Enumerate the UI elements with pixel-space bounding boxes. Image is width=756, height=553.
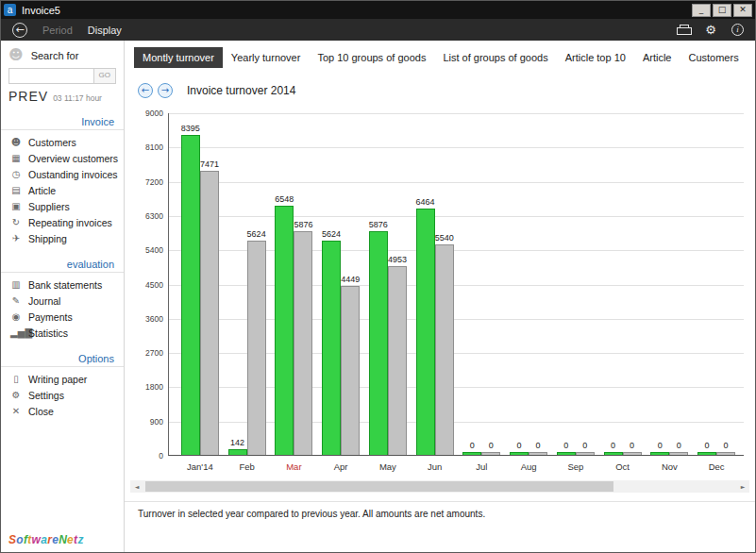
sidebar-item-close[interactable]: ✕Close: [1, 403, 124, 419]
bar: [416, 209, 435, 455]
bar-value-label: 4953: [388, 256, 407, 264]
sidebar-item-payments[interactable]: ◉Payments: [1, 309, 124, 325]
chart-title: Invoice turnover 2014: [187, 84, 295, 97]
bar-value-label: 0: [563, 442, 568, 450]
chart-next-icon[interactable]: →: [158, 83, 173, 98]
sidebar-item-bank-statements[interactable]: ▥Bank statements: [1, 276, 124, 293]
tab-yearly-turnover[interactable]: Yearly turnover: [223, 47, 310, 68]
bar-selected-year: 6548: [275, 113, 294, 455]
scroll-left-icon[interactable]: ◄: [130, 483, 143, 490]
bar-value-label: 0: [470, 442, 475, 450]
bar-selected-year: 0: [650, 113, 669, 455]
bar: [529, 452, 547, 455]
bar-value-label: 6464: [416, 198, 435, 207]
bank-statements-icon: ▥: [10, 280, 22, 290]
bar-group-may: 58764953May: [364, 113, 412, 455]
search-input[interactable]: [9, 69, 93, 83]
bar-value-label: 0: [658, 442, 663, 450]
scroll-right-icon[interactable]: ►: [736, 483, 749, 490]
bar-value-label: 5876: [369, 221, 388, 229]
y-axis-tick-label: 0: [159, 452, 163, 461]
scroll-thumb[interactable]: [145, 481, 613, 492]
minimize-button[interactable]: _: [692, 4, 711, 17]
bar-value-label: 0: [489, 442, 494, 450]
bar-selected-year: 0: [697, 113, 716, 455]
app-body: ☻ Search for GO PREV 03 11:17 hour Invoi…: [1, 41, 755, 552]
y-axis-tick-label: 1800: [145, 383, 163, 392]
bar-value-label: 0: [517, 442, 522, 450]
tab-list-of-groups-of-goods[interactable]: List of groups of goods: [434, 47, 556, 68]
print-icon[interactable]: [677, 25, 690, 35]
customers-icon: ☻: [10, 138, 22, 147]
overview-customers-icon: ▦: [10, 154, 22, 163]
bar: [388, 266, 407, 455]
sidebar-item-journal[interactable]: ✎Journal: [1, 293, 124, 309]
bar-value-label: 0: [677, 442, 681, 450]
sidebar: ☻ Search for GO PREV 03 11:17 hour Invoi…: [1, 41, 125, 552]
settings-icon: ⚙: [10, 391, 22, 400]
horizontal-scrollbar[interactable]: ◄ ►: [130, 480, 749, 493]
sidebar-item-oustanding-invoices[interactable]: ◷Oustanding invoices: [1, 166, 124, 182]
footer-note: Turnover in selected year compared to pr…: [125, 501, 755, 519]
section-header-options: Options: [1, 341, 124, 367]
bar-selected-year: 8395: [181, 113, 200, 455]
bar: [181, 135, 200, 455]
y-axis-tick-label: 8100: [145, 143, 163, 152]
toolbar-right: ⚙ i: [677, 24, 744, 36]
sidebar-item-suppliers[interactable]: ▣Suppliers: [1, 198, 124, 214]
period-button[interactable]: Period: [42, 25, 73, 36]
chart-plot: 83957471Jan'141425624Feb65485876Mar56244…: [168, 113, 744, 456]
bar-group-jul: 00Jul: [459, 113, 506, 455]
maximize-button[interactable]: □: [713, 4, 731, 17]
sidebar-item-customers[interactable]: ☻Customers: [1, 134, 124, 150]
gear-icon[interactable]: ⚙: [705, 24, 716, 36]
display-button[interactable]: Display: [88, 25, 122, 36]
sidebar-item-writing-paper[interactable]: ▯Writing paper: [1, 371, 124, 387]
bar: [623, 452, 642, 455]
sidebar-item-article[interactable]: ▤Article: [1, 182, 124, 198]
sidebar-item-overview-customers[interactable]: ▦Overview customers: [1, 150, 124, 166]
info-icon[interactable]: i: [731, 24, 744, 36]
bar-value-label: 4449: [341, 276, 360, 284]
sidebar-item-shipping[interactable]: ✈Shipping: [1, 230, 124, 246]
close-window-button[interactable]: ✕: [733, 4, 752, 17]
outstanding-invoices-icon: ◷: [10, 170, 22, 179]
bar: [669, 452, 688, 455]
sidebar-item-repeating-invoices[interactable]: ↻Repeating invoices: [1, 214, 124, 230]
y-axis-tick-label: 5400: [145, 246, 163, 255]
bar-groups: 83957471Jan'141425624Feb65485876Mar56244…: [176, 113, 740, 455]
scroll-track[interactable]: [143, 480, 736, 493]
bar-previous-year: 0: [669, 113, 688, 455]
shipping-icon: ✈: [10, 234, 22, 243]
chart-prev-icon[interactable]: ←: [138, 83, 153, 98]
bar-value-label: 5540: [435, 234, 454, 243]
bar-previous-year: 0: [529, 113, 547, 455]
bar-selected-year: 0: [510, 113, 529, 455]
y-axis-tick-label: 2700: [145, 349, 163, 358]
bar: [294, 231, 312, 455]
bar-value-label: 0: [630, 442, 634, 450]
sidebar-item-statistics[interactable]: ▂▅▇Statistics: [1, 325, 124, 341]
tab-montly-turnover[interactable]: Montly turnover: [134, 47, 223, 68]
back-icon[interactable]: ←: [12, 23, 27, 38]
bar-previous-year: 0: [716, 113, 735, 455]
statistics-icon: ▂▅▇: [10, 328, 22, 338]
go-button[interactable]: GO: [93, 69, 115, 83]
sidebar-item-label: Bank statements: [28, 279, 102, 291]
bar-group-oct: 00Oct: [599, 113, 647, 455]
tab-article[interactable]: Article: [634, 47, 680, 68]
y-axis-labels: 0900180027003600450054006300720081009000: [136, 113, 168, 456]
tab-customers[interactable]: Customers: [680, 47, 747, 68]
bar-group-mar: 65485876Mar: [271, 113, 318, 455]
bar-group-aug: 00Aug: [505, 113, 552, 455]
bar-selected-year: 6464: [416, 113, 435, 455]
person-icon: ☻: [8, 48, 24, 62]
main-content: Montly turnoverYearly turnoverTop 10 gro…: [125, 41, 755, 552]
tab-top-10-groups-of-goods[interactable]: Top 10 groups of goods: [309, 47, 434, 68]
bar-selected-year: 142: [228, 113, 247, 455]
y-axis-tick-label: 900: [150, 418, 163, 427]
sidebar-item-settings[interactable]: ⚙Settings: [1, 387, 124, 403]
sidebar-item-label: Shipping: [28, 233, 67, 244]
tab-article-top-10[interactable]: Article top 10: [557, 47, 634, 68]
suppliers-icon: ▣: [10, 202, 22, 211]
